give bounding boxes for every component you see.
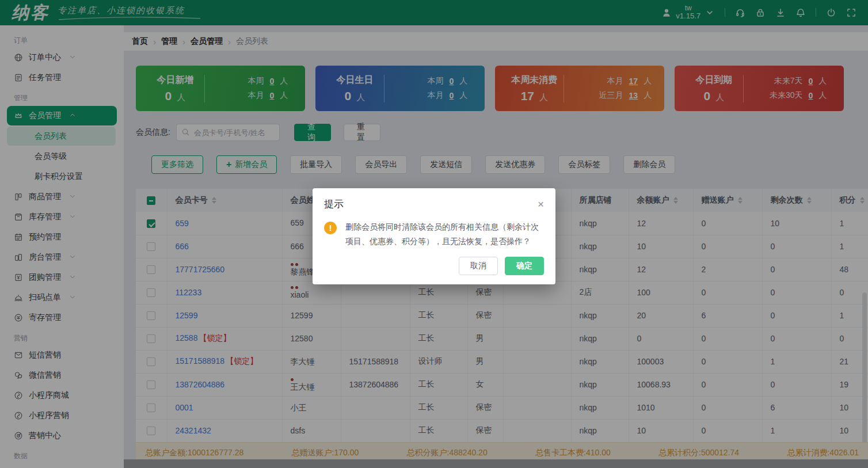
cancel-button[interactable]: 取消 [459, 257, 498, 275]
warning-icon: ! [324, 222, 337, 234]
dialog-message: 删除会员将同时清除该会员的所有相关信息（剩余计次项目、优惠券、积分等），且无法恢… [345, 220, 539, 249]
close-icon[interactable]: × [538, 199, 544, 210]
app-window: 纳客 专注单店、小连锁的收银系统 tw v1.15.7 [0, 0, 868, 468]
dialog-title: 提示 [324, 197, 344, 211]
confirm-dialog: 提示 × ! 删除会员将同时清除该会员的所有相关信息（剩余计次项目、优惠券、积分… [313, 188, 555, 284]
confirm-button[interactable]: 确定 [505, 257, 544, 275]
